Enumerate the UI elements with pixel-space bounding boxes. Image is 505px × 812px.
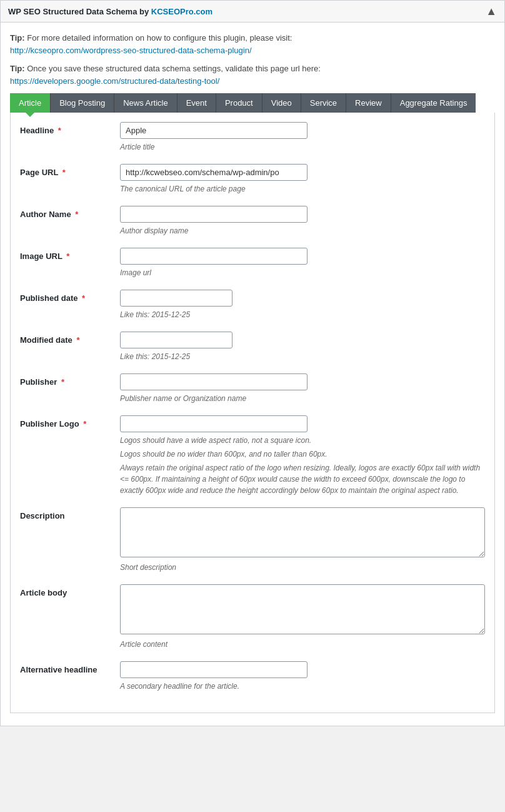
tip-1-label: Tip: [10,33,25,43]
publisher-logo-hint-3: Always retain the original aspect ratio … [120,462,485,496]
headline-required: * [58,126,61,135]
image-url-required: * [66,251,69,261]
headline-row: Headline * Article title [20,122,485,153]
publisher-row: Publisher * Publisher name or Organizati… [20,373,485,404]
author-name-hint: Author display name [120,225,485,236]
author-name-row: Author Name * Author display name [20,206,485,236]
article-body-label: Article body [20,584,120,597]
tip-2-text: Once you save these structured data sche… [27,64,321,73]
tab-news-article[interactable]: News Article [114,93,178,113]
image-url-input[interactable] [120,248,308,265]
modified-date-input[interactable] [120,332,232,348]
headline-label: Headline * [20,122,120,135]
modified-date-row: Modified date * Like this: 2015-12-25 [20,332,485,362]
alternative-headline-input[interactable] [120,661,308,678]
description-field: Short description [120,507,485,573]
tab-service[interactable]: Service [301,93,346,113]
publisher-hint: Publisher name or Organization name [120,393,485,404]
page-url-hint: The canonical URL of the article page [120,183,485,195]
author-name-field: Author display name [120,206,485,236]
publisher-required: * [61,377,64,387]
publisher-logo-row: Publisher Logo * Logos should have a wid… [20,415,485,496]
modified-date-label: Modified date * [20,332,120,345]
publisher-logo-hint-1: Logos should have a wide aspect ratio, n… [120,435,485,446]
image-url-row: Image URL * Image url [20,248,485,278]
alternative-headline-row: Alternative headline A secondary headlin… [20,661,485,692]
tip-2-link[interactable]: https://developers.google.com/structured… [10,76,219,86]
tip-1: Tip: For more detailed information on ho… [10,32,495,56]
tip-1-link[interactable]: http://kcseopro.com/wordpress-seo-struct… [10,46,252,55]
tab-article[interactable]: Article [10,93,51,113]
widget-container: WP SEO Structured Data Schema by KCSEOPr… [0,0,505,726]
headline-hint: Article title [120,141,485,153]
modified-date-hint: Like this: 2015-12-25 [120,351,485,362]
article-body-field: Article content [120,584,485,650]
author-name-required: * [75,210,78,219]
widget-body: Tip: For more detailed information on ho… [1,23,504,726]
tip-2: Tip: Once you save these structured data… [10,63,495,87]
publisher-logo-label: Publisher Logo * [20,415,120,429]
alternative-headline-hint: A secondary headline for the article. [120,681,485,692]
description-hint: Short description [120,562,485,573]
tab-review[interactable]: Review [346,93,391,113]
widget-title: WP SEO Structured Data Schema by KCSEOPr… [8,7,212,16]
publisher-field: Publisher name or Organization name [120,373,485,404]
publisher-label: Publisher * [20,373,120,387]
tip-1-text: For more detailed information on how to … [27,33,292,43]
description-row: Description Short description [20,507,485,573]
article-body-row: Article body Article content [20,584,485,650]
publisher-logo-required: * [83,419,86,429]
description-textarea[interactable] [120,507,485,557]
description-label: Description [20,507,120,520]
published-date-field: Like this: 2015-12-25 [120,290,485,320]
published-date-row: Published date * Like this: 2015-12-25 [20,290,485,320]
published-date-input[interactable] [120,290,232,307]
article-body-hint: Article content [120,639,485,650]
modified-date-required: * [76,335,79,345]
tip-2-label: Tip: [10,64,25,73]
image-url-hint: Image url [120,267,485,278]
page-url-label: Page URL * [20,164,120,177]
tab-event[interactable]: Event [178,93,216,113]
image-url-label: Image URL * [20,248,120,261]
published-date-label: Published date * [20,290,120,303]
publisher-logo-field: Logos should have a wide aspect ratio, n… [120,415,485,496]
alternative-headline-field: A secondary headline for the article. [120,661,485,692]
published-date-hint: Like this: 2015-12-25 [120,309,485,320]
page-url-required: * [62,168,66,177]
headline-field: Article title [120,122,485,153]
article-form: Headline * Article title Page URL * The … [10,113,495,713]
widget-title-text: WP SEO Structured Data Schema by [8,7,149,16]
page-url-input[interactable] [120,164,308,181]
page-url-field: The canonical URL of the article page [120,164,485,195]
image-url-field: Image url [120,248,485,278]
published-date-required: * [82,293,85,303]
headline-input[interactable] [120,122,308,139]
publisher-logo-hint-2: Logos should be no wider than 600px, and… [120,449,485,460]
tab-blog-posting[interactable]: Blog Posting [51,93,114,113]
widget-title-link[interactable]: KCSEOPro.com [151,7,212,16]
tab-video[interactable]: Video [262,93,301,113]
modified-date-field: Like this: 2015-12-25 [120,332,485,362]
article-body-textarea[interactable] [120,584,485,634]
author-name-label: Author Name * [20,206,120,219]
widget-header: WP SEO Structured Data Schema by KCSEOPr… [1,1,504,23]
tab-product[interactable]: Product [216,93,262,113]
page-url-row: Page URL * The canonical URL of the arti… [20,164,485,195]
publisher-logo-input[interactable] [120,415,308,432]
alternative-headline-label: Alternative headline [20,661,120,674]
tabs-navigation: Article Blog Posting News Article Event … [10,93,495,113]
author-name-input[interactable] [120,206,308,223]
publisher-input[interactable] [120,373,308,390]
tab-aggregate-ratings[interactable]: Aggregate Ratings [391,93,476,113]
widget-toggle-button[interactable]: ▲ [486,6,497,17]
